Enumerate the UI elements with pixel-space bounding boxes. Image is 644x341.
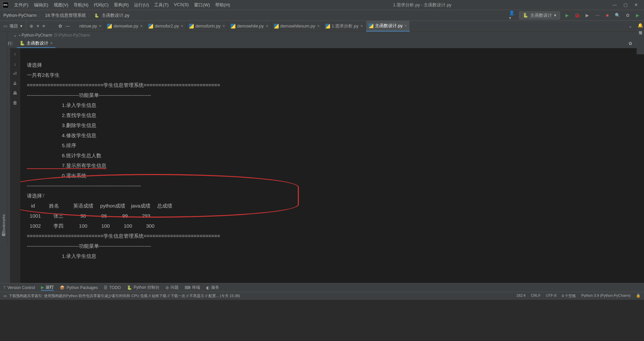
python-file-icon: 🐍 bbox=[19, 41, 25, 46]
up-arrow-icon[interactable]: ↑ bbox=[14, 52, 16, 57]
label: 运行 bbox=[46, 284, 54, 290]
collapse-icon[interactable]: ≡ bbox=[43, 23, 45, 29]
menu-run[interactable]: 运行(U) bbox=[132, 1, 151, 9]
close-icon[interactable]: ✕ bbox=[634, 2, 638, 7]
vcs-tool-button[interactable]: ᛉVersion Control bbox=[3, 285, 35, 290]
close-tab-icon[interactable]: ✕ bbox=[140, 24, 143, 28]
down-arrow-icon[interactable]: ↓ bbox=[14, 61, 16, 66]
breadcrumb-file[interactable]: 主函数设计.py bbox=[102, 12, 129, 18]
cursor-position[interactable]: 182:4 bbox=[516, 293, 526, 298]
terminal-tool-button[interactable]: ⌨终端 bbox=[185, 285, 200, 290]
console-user-input: 7 bbox=[42, 193, 45, 198]
minimize-icon[interactable]: ― bbox=[612, 2, 617, 7]
user-icon[interactable]: 👤▾ bbox=[509, 12, 515, 18]
close-tab-icon[interactable]: ✕ bbox=[99, 24, 101, 28]
menu-edit[interactable]: 编辑(E) bbox=[32, 1, 50, 9]
python-file-icon bbox=[231, 24, 235, 29]
run-with-icon[interactable]: ▶ bbox=[635, 12, 641, 18]
print-icon[interactable]: 🖶 bbox=[13, 91, 17, 96]
close-tab-icon[interactable]: ✕ bbox=[181, 24, 183, 28]
left-side-rail: Bookmarks 结构 bbox=[0, 32, 7, 246]
editor-tab-active[interactable]: 主函数设计.py✕ bbox=[366, 21, 410, 32]
more-run-button[interactable]: ⋯ bbox=[594, 12, 600, 18]
console-menu-item: 3.删除学生信息 bbox=[27, 122, 96, 128]
maximize-icon[interactable]: ▢ bbox=[624, 2, 628, 7]
close-tab-icon[interactable]: ✕ bbox=[317, 24, 320, 28]
python-file-icon bbox=[274, 24, 279, 29]
info-icon: ▭ bbox=[3, 294, 7, 298]
lock-icon[interactable]: 🔒 bbox=[636, 293, 641, 298]
bell-icon[interactable]: 🔔 bbox=[638, 23, 643, 28]
scroll-icon[interactable]: ⇊ bbox=[13, 81, 17, 86]
console-output[interactable]: 请选择 一共有2名学生 ==========================学生… bbox=[20, 48, 644, 283]
line-separator[interactable]: CRLF bbox=[531, 293, 541, 298]
run-tab[interactable]: 🐍 主函数设计 ✕ bbox=[17, 39, 55, 48]
editor-tab[interactable]: 1.需求分析.py✕ bbox=[323, 21, 366, 32]
menu-view[interactable]: 视图(V) bbox=[52, 1, 70, 9]
menu-help[interactable]: 帮助(H) bbox=[213, 1, 232, 9]
python-console-button[interactable]: 🐍Python 控制台 bbox=[127, 285, 159, 290]
run-tool-button[interactable]: ▶运行 bbox=[41, 284, 54, 291]
chevron-down-icon: ▾ bbox=[20, 23, 22, 29]
label: Python Packages bbox=[66, 285, 98, 290]
folder-icon: ▪ bbox=[19, 33, 20, 38]
gear-icon[interactable]: ✿ bbox=[629, 41, 632, 46]
project-tool-button[interactable]: ▭ 项目 ▾ bbox=[0, 21, 26, 31]
python-file-icon bbox=[148, 24, 153, 29]
bookmarks-rail-button[interactable]: Bookmarks bbox=[2, 214, 6, 233]
search-icon[interactable]: 🔍 bbox=[614, 12, 620, 18]
tab-label: 1.需求分析.py bbox=[332, 23, 359, 29]
editor-tab[interactable]: demowhilesum.py✕ bbox=[271, 21, 323, 32]
window-title: 1.需求分析.py - 主函数设计.py bbox=[232, 2, 612, 8]
services-tool-button[interactable]: ◐服务 bbox=[206, 285, 219, 290]
project-tree-root[interactable]: ⌄ ▪ Python-PyCharm D:\Python-PyCharm bbox=[0, 32, 644, 39]
breadcrumb-project[interactable]: Python-PyCharm bbox=[3, 13, 37, 18]
breadcrumb-folder[interactable]: 18.学生信息管理系统 bbox=[45, 12, 86, 18]
run-tab-name: 主函数设计 bbox=[27, 40, 48, 46]
editor-tab[interactable]: demofor2.py✕ bbox=[146, 21, 186, 32]
packages-tool-button[interactable]: 📦Python Packages bbox=[60, 285, 98, 290]
menu-window[interactable]: 窗口(W) bbox=[192, 1, 212, 9]
close-tab-icon[interactable]: ✕ bbox=[50, 41, 53, 45]
console-menu-item: 4.修改学生信息 bbox=[27, 132, 96, 138]
target-icon[interactable]: ⊕ bbox=[30, 23, 33, 29]
file-encoding[interactable]: UTF-8 bbox=[546, 293, 556, 298]
status-message[interactable]: ▭ 下载预构建共享索引: 使用预构建的Python 软件包共享索引减少索引时间和… bbox=[3, 293, 516, 298]
chevron-down-icon[interactable]: ⌄ bbox=[629, 23, 632, 29]
menu-vcs[interactable]: VCS(S) bbox=[172, 1, 191, 9]
close-tab-icon[interactable]: ✕ bbox=[266, 24, 268, 28]
menu-code[interactable]: 代码(C) bbox=[92, 1, 110, 9]
menu-refactor[interactable]: 重构(R) bbox=[112, 1, 131, 9]
menu-file[interactable]: 文件(F) bbox=[12, 1, 31, 9]
gear-icon[interactable]: ✿ bbox=[58, 23, 62, 29]
stop-button[interactable]: ■ bbox=[604, 12, 610, 18]
services-icon: ◐ bbox=[206, 285, 210, 290]
problems-tool-button[interactable]: ⊘问题 bbox=[166, 285, 179, 290]
hide-icon[interactable]: ― bbox=[65, 23, 70, 29]
coverage-button[interactable]: ▶ bbox=[584, 12, 590, 18]
close-tab-icon[interactable]: ✕ bbox=[360, 24, 363, 28]
debug-button[interactable]: 🐞 bbox=[574, 12, 580, 18]
editor-tab[interactable]: demoelse.py✕ bbox=[104, 21, 146, 32]
run-button[interactable]: ▶ bbox=[564, 12, 570, 18]
editor-tab[interactable]: demowhile.py✕ bbox=[228, 21, 271, 32]
indent-setting[interactable]: 4 个空格 bbox=[562, 293, 576, 298]
editor-tab[interactable]: demoforin.py✕ bbox=[186, 21, 228, 32]
label: Version Control bbox=[7, 285, 35, 290]
todo-tool-button[interactable]: ☰TODO bbox=[104, 285, 121, 290]
run-config-selector[interactable]: 🐍 主函数设计 ▾ bbox=[519, 11, 560, 19]
editor-tab[interactable]: ntinue.py✕ bbox=[77, 21, 104, 32]
chevron-right-icon: 〉 bbox=[88, 12, 92, 18]
interpreter[interactable]: Python 3.9 (Python-PyCharm) bbox=[581, 293, 631, 298]
close-tab-icon[interactable]: ✕ bbox=[404, 24, 407, 27]
project-root-path: D:\Python-PyCharm bbox=[54, 33, 90, 38]
status-text: 下载预构建共享索引: 使用预构建的Python 软件包共享索引减少索引时间和 C… bbox=[9, 293, 240, 298]
menu-navigate[interactable]: 导航(N) bbox=[72, 1, 90, 9]
expand-icon[interactable]: ≡ bbox=[37, 23, 39, 29]
tab-label: ntinue.py bbox=[79, 23, 97, 29]
trash-icon[interactable]: 🗑 bbox=[13, 100, 17, 105]
soft-wrap-icon[interactable]: ⏎ bbox=[13, 71, 17, 76]
settings-icon[interactable]: ✿ bbox=[625, 12, 631, 18]
menu-tools[interactable]: 工具(T) bbox=[152, 1, 171, 9]
close-tab-icon[interactable]: ✕ bbox=[222, 24, 225, 28]
